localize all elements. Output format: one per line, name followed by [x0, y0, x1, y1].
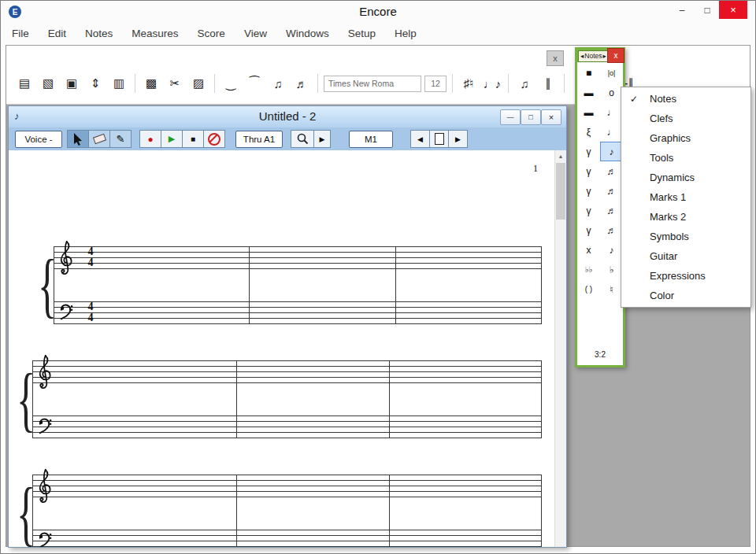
palette-note-cell[interactable]: ♬ — [600, 181, 623, 201]
scroll-up-arrow[interactable]: ▲ — [555, 150, 566, 162]
palette-note-cell[interactable]: ♭ — [600, 260, 623, 279]
paste-icon[interactable]: ▨ — [188, 73, 209, 94]
document-restore-button[interactable]: □ — [521, 109, 541, 125]
document-close-button[interactable]: × — [541, 109, 561, 125]
vertical-scroll-icon[interactable]: ⇕ — [85, 73, 106, 94]
palette-note-cell[interactable]: ♬ — [600, 220, 623, 240]
measure-indicator[interactable]: M1 — [349, 131, 393, 148]
palette-rest-cell[interactable]: γ — [577, 201, 600, 220]
grace-note-icon[interactable]: ♬ — [291, 73, 312, 94]
goto-page-button[interactable] — [430, 131, 449, 147]
voice-dropdown[interactable]: Voice - — [15, 131, 62, 148]
save-icon[interactable]: ▣ — [61, 73, 82, 94]
context-menu-item-marks-1[interactable]: Marks 1 — [621, 187, 750, 207]
eraser-tool[interactable] — [89, 131, 110, 147]
cut-icon[interactable]: ✂ — [165, 73, 185, 94]
close-button[interactable]: × — [719, 1, 747, 19]
menu-edit[interactable]: Edit — [48, 28, 66, 39]
print-icon[interactable]: ▥ — [109, 73, 129, 94]
new-document-icon[interactable]: ▤ — [14, 73, 35, 94]
stop-button[interactable]: ■ — [183, 131, 204, 147]
barline-icon[interactable]: ∥ — [538, 73, 558, 94]
beamed-notes-icon[interactable]: ♫ — [514, 73, 535, 94]
vertical-scrollbar[interactable]: ▲ — [554, 150, 566, 547]
palette-prev-icon[interactable]: ◂ — [580, 52, 584, 60]
palette-rest-cell[interactable]: x — [577, 240, 600, 260]
menu-score[interactable]: Score — [198, 28, 225, 39]
context-menu-item-symbols[interactable]: Symbols — [621, 227, 750, 246]
pencil-tool[interactable]: ✎ — [110, 131, 131, 147]
time-signature: 4 4 — [85, 301, 96, 323]
palette-title-tab[interactable]: ◂ Notes ▸ — [578, 50, 609, 62]
palette-note-cell[interactable]: ♬ — [600, 161, 623, 181]
palette-note-cell-selected[interactable]: ♪ — [600, 142, 623, 161]
thru-button[interactable]: Thru A1 — [235, 131, 283, 148]
grand-staff-system-3: { — [32, 475, 542, 547]
zoom-next-button[interactable]: ▶ — [314, 131, 330, 147]
palette-note-cell[interactable]: ♩ — [600, 102, 623, 122]
palette-rest-cell[interactable]: γ — [577, 161, 600, 181]
context-menu-item-marks-2[interactable]: Marks 2 — [621, 207, 750, 227]
score-page[interactable]: 1 { 4 4 4 — [9, 150, 566, 547]
palette-note-cell[interactable]: |o| — [600, 63, 623, 83]
accidentals-icon[interactable]: ♯♮ — [458, 73, 479, 94]
palette-rest-cell[interactable]: ξ — [577, 122, 600, 142]
play-button[interactable]: ▶ — [161, 131, 183, 147]
palette-rest-cell[interactable]: ( ) — [577, 279, 600, 299]
tie-icon[interactable]: ‿ — [220, 73, 241, 94]
context-menu-item-color[interactable]: Color — [621, 286, 750, 305]
pointer-tool[interactable] — [68, 131, 89, 147]
open-file-icon[interactable]: ▧ — [38, 73, 58, 94]
copy-icon[interactable]: ▩ — [141, 73, 161, 94]
minimize-button[interactable]: – — [670, 1, 694, 19]
context-menu-item-clefs[interactable]: Clefs — [621, 109, 750, 128]
zoom-tool[interactable] — [291, 131, 314, 147]
menu-measures[interactable]: Measures — [132, 28, 178, 39]
palette-rest-cell[interactable]: ♭♭ — [577, 260, 600, 279]
font-size-select[interactable]: 12 — [424, 76, 447, 92]
toolbar-close-button[interactable]: x — [547, 50, 564, 66]
document-minimize-button[interactable]: — — [500, 109, 521, 125]
scroll-thumb[interactable] — [556, 163, 565, 220]
mute-button[interactable] — [204, 131, 224, 147]
palette-note-cell[interactable]: ♮ — [600, 279, 623, 299]
palette-note-cell[interactable]: ♬ — [600, 201, 623, 220]
palette-tuplet-cell[interactable]: 3:2 — [577, 350, 623, 359]
palette-note-cell[interactable]: ♪ — [600, 240, 623, 260]
palette-rest-cell[interactable]: γ — [577, 142, 600, 161]
treble-staff — [54, 246, 542, 269]
menu-help[interactable]: Help — [395, 28, 417, 39]
palette-close-button[interactable]: x — [607, 48, 624, 63]
palette-header[interactable]: ◂ Notes ▸ x — [577, 50, 623, 62]
palette-note-cell[interactable]: o — [600, 83, 623, 102]
notes-icon[interactable]: ♩♪ — [482, 73, 502, 94]
palette-rest-cell[interactable]: ▬ — [577, 102, 600, 122]
beam-icon[interactable]: ♫ — [268, 73, 288, 94]
palette-rest-cell[interactable]: γ — [577, 220, 600, 240]
menu-file[interactable]: File — [12, 28, 29, 39]
record-button[interactable]: ● — [140, 131, 161, 147]
menu-windows[interactable]: Windows — [286, 28, 329, 39]
context-menu-item-guitar[interactable]: Guitar — [621, 246, 750, 266]
palette-rest-cell[interactable]: ▬ — [577, 83, 600, 102]
menu-notes[interactable]: Notes — [85, 28, 113, 39]
context-menu-item-tools[interactable]: Tools — [621, 148, 750, 168]
context-menu-item-dynamics[interactable]: Dynamics — [621, 168, 750, 187]
prev-page-button[interactable]: ◀ — [411, 131, 430, 147]
document-titlebar[interactable]: ♪ Untitled - 2 — □ × — [9, 106, 566, 128]
context-menu-item-graphics[interactable]: Graphics — [621, 128, 750, 148]
font-name-select[interactable]: Times New Roma — [324, 76, 421, 92]
slur-icon[interactable]: ⁀ — [244, 73, 265, 94]
next-page-button[interactable]: ▶ — [449, 131, 467, 147]
menu-view[interactable]: View — [244, 28, 267, 39]
context-menu-item-notes[interactable]: ✓ Notes — [621, 89, 750, 109]
menu-setup[interactable]: Setup — [348, 28, 376, 39]
palette-rest-cell[interactable]: γ — [577, 181, 600, 201]
palette-rest-cell[interactable]: ■ — [577, 63, 600, 83]
bass-staff — [32, 530, 542, 547]
context-menu-item-expressions[interactable]: Expressions — [621, 266, 750, 286]
palette-note-cell[interactable]: ♩ — [600, 122, 623, 142]
grand-staff-system-2: { — [32, 360, 542, 439]
palette-next-icon[interactable]: ▸ — [603, 52, 606, 60]
maximize-button[interactable]: □ — [695, 1, 719, 19]
